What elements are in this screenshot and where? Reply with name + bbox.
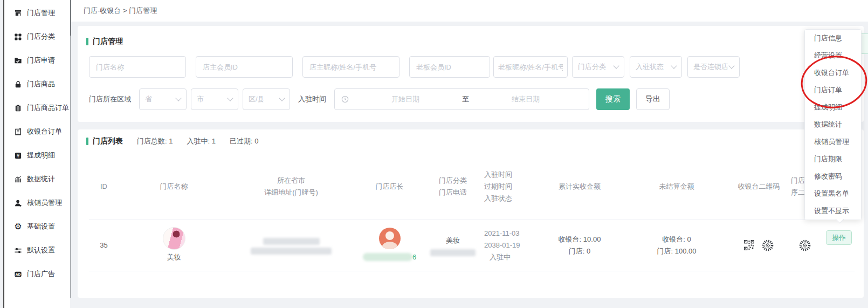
sidebar-item-label: 数据统计	[27, 174, 55, 184]
row-unsettled-amount: 收银台: 0 门店: 100.00	[625, 220, 728, 271]
address-line2-redacted	[251, 248, 332, 255]
entry-status-select[interactable]: 入驻状态	[630, 56, 682, 78]
end-date-placeholder[interactable]: 结束日期	[469, 94, 582, 104]
sidebar-item-label: 提成明细	[27, 150, 55, 160]
receipt-icon	[14, 128, 22, 136]
sliders-icon	[14, 247, 22, 255]
sidebar-item-basic-settings[interactable]: ⚙ 基础设置	[4, 215, 70, 238]
store-list-card: 门店列表 门店总数: 1 入驻中: 1 已过期: 0 ID 门店名称 所在省市 …	[78, 129, 864, 298]
address-line1-redacted	[263, 238, 320, 245]
sidebar-item-label: 门店分类	[27, 32, 55, 42]
owner-info-input[interactable]	[302, 56, 399, 78]
clipboard-icon	[14, 104, 22, 112]
city-select[interactable]: 市	[191, 88, 238, 110]
sidebar-item-store-goods-orders[interactable]: 门店商品订单	[4, 96, 70, 120]
search-button[interactable]: 搜索	[596, 88, 630, 110]
boss-info-input[interactable]	[493, 56, 568, 78]
row-category-phone: 美妆	[426, 220, 480, 271]
col-header-unsettled-amount: 未结算金额	[625, 154, 728, 220]
chevron-down-icon	[175, 95, 181, 101]
sidebar-item-label: 收银台订单	[27, 127, 62, 136]
table-row: 35 美妆 6 美妆 2021-11-03 2038-01-19 入驻中 收银台…	[89, 220, 855, 271]
sidebar-item-store-category[interactable]: 门店分类	[4, 25, 70, 49]
sidebar-item-label: 门店管理	[27, 8, 55, 18]
menu-item-store-term[interactable]: 门店期限	[805, 150, 861, 168]
entry-time-label: 入驻时间	[298, 88, 326, 110]
svg-text:¥: ¥	[17, 153, 20, 158]
row-id: 35	[89, 220, 119, 271]
grid-icon	[14, 33, 22, 41]
gear-icon: ⚙	[14, 222, 22, 231]
row-address-redacted	[229, 220, 353, 271]
col-header-id: ID	[89, 154, 119, 220]
manager-avatar	[379, 228, 401, 249]
manager-name: 6	[363, 251, 416, 263]
menu-item-change-password[interactable]: 修改密码	[805, 168, 861, 185]
menu-item-store-orders[interactable]: 门店订单	[805, 81, 861, 99]
menu-item-commission-details[interactable]: 提成明细	[805, 99, 861, 116]
breadcrumb: 门店-收银台 > 门店管理	[84, 6, 157, 16]
filter-card-title: 门店管理	[86, 37, 123, 46]
chevron-down-icon	[227, 95, 233, 101]
miniapp-sunburst-code-icon[interactable]	[798, 239, 811, 252]
sidebar-item-label: 默认设置	[27, 245, 55, 255]
boss-member-id-input[interactable]	[409, 56, 490, 78]
row-status: 入驻中	[484, 251, 511, 263]
sidebar-item-store-application[interactable]: 门店申请	[4, 49, 70, 72]
sidebar-item-data-statistics[interactable]: 数据统计	[4, 167, 70, 191]
sidebar-item-cashier-orders[interactable]: 收银台订单	[4, 120, 70, 143]
city-select-value: 市	[197, 94, 228, 104]
manager-name-redacted	[363, 253, 412, 261]
district-select[interactable]: 区/县	[243, 88, 290, 110]
entry-time-range-picker[interactable]: 开始日期 至 结束日期	[334, 88, 589, 110]
sidebar-item-verifier-management[interactable]: 核销员管理	[4, 191, 70, 215]
filter-card-title-text: 门店管理	[93, 37, 123, 46]
sidebar-item-store-management[interactable]: 门店管理	[4, 1, 70, 25]
sidebar-item-label: 门店申请	[27, 56, 55, 65]
col-header-address: 所在省市 详细地址(门牌号)	[229, 154, 353, 220]
row-miniapp-qr-code	[790, 220, 820, 271]
chevron-down-icon	[279, 95, 285, 101]
store-category-select[interactable]: 门店分类	[572, 56, 624, 78]
ad-badge-icon: AD	[14, 270, 22, 278]
title-accent-bar	[86, 138, 88, 145]
sidebar-item-default-settings[interactable]: 默认设置	[4, 238, 70, 262]
bar-chart-icon	[14, 175, 22, 183]
menu-item-cashier-orders[interactable]: 收银台订单	[805, 64, 861, 81]
sidebar-scrollbar-track[interactable]	[70, 0, 71, 298]
menu-item-verifier-management[interactable]: 核销员管理	[805, 133, 861, 150]
start-date-placeholder[interactable]: 开始日期	[349, 94, 462, 104]
menu-item-business-settings[interactable]: 经营设置	[805, 47, 861, 64]
region-label: 门店所在区域	[89, 88, 131, 110]
sidebar-item-store-goods[interactable]: 门店商品	[4, 72, 70, 96]
province-select[interactable]: 省	[139, 88, 187, 110]
chain-store-select-value: 是否连锁店	[693, 62, 729, 72]
row-action-button[interactable]: 操作	[826, 230, 852, 245]
store-name-input[interactable]	[89, 56, 186, 78]
chevron-down-icon	[671, 63, 677, 69]
folder-check-icon	[14, 57, 22, 65]
sidebar-item-commission-details[interactable]: ¥ 提成明细	[4, 143, 70, 167]
storefront-icon	[14, 9, 22, 17]
sidebar-item-store-ads[interactable]: AD 门店广告	[4, 262, 70, 286]
export-button[interactable]: 导出	[636, 88, 670, 110]
miniapp-sunburst-code-icon[interactable]	[761, 239, 774, 252]
sidebar: 门店管理 门店分类 门店申请 门店商品 门店商品订单 收银台订单 ¥ 提成明细 …	[4, 0, 70, 308]
col-header-manager: 门店店长	[353, 154, 426, 220]
menu-item-store-info[interactable]: 门店信息	[805, 30, 861, 47]
manager-name-suffix: 6	[412, 251, 416, 263]
menu-item-set-blacklist[interactable]: 设置黑名单	[805, 185, 861, 202]
clock-icon	[341, 95, 349, 103]
stat-active: 入驻中: 1	[187, 136, 215, 146]
store-management-filter-card: 门店管理 门店分类 入驻状态 是否连锁店 门店所在区域 省 市 区/县 入驻时间…	[78, 26, 864, 122]
chain-store-select[interactable]: 是否连锁店	[687, 56, 740, 78]
qr-code-icon[interactable]	[743, 239, 755, 251]
sidebar-item-label: 核销员管理	[27, 198, 62, 208]
table-header-row: ID 门店名称 所在省市 详细地址(门牌号) 门店店长 门店分类 门店电话 入驻…	[89, 154, 855, 220]
owner-member-id-input[interactable]	[196, 56, 293, 78]
lock-bag-icon	[14, 80, 22, 88]
menu-item-set-hidden[interactable]: 设置不显示	[805, 202, 861, 220]
col-header-time-status: 入驻时间 过期时间 入驻状态	[480, 154, 534, 220]
menu-item-data-statistics[interactable]: 数据统计	[805, 116, 861, 133]
title-accent-bar	[86, 38, 88, 45]
